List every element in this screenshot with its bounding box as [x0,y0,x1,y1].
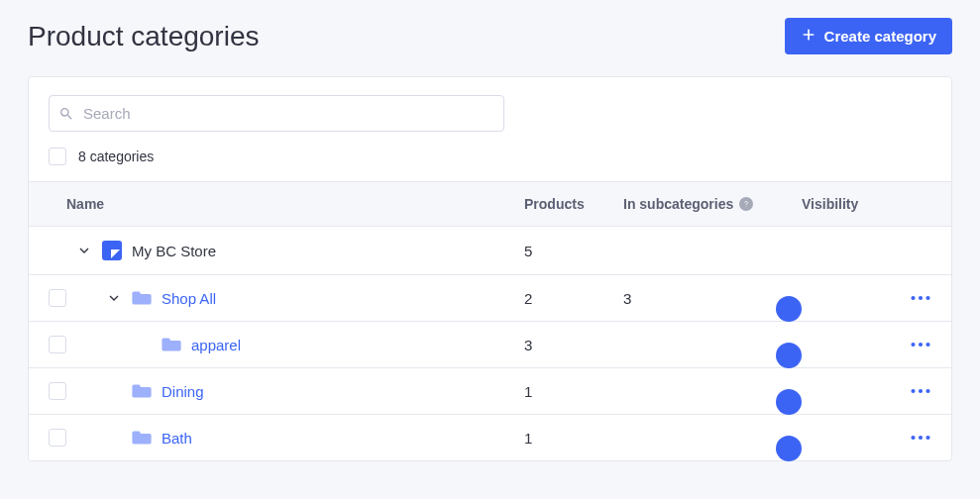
table-row: Bath 1 [29,415,951,460]
search-input[interactable] [49,95,504,132]
table-header: Name Products In subcategories Visibilit… [29,181,951,227]
help-icon[interactable] [739,197,753,211]
row-name-link[interactable]: Dining [162,383,204,400]
search-icon [58,106,74,122]
row-products: 3 [524,337,623,353]
row-checkbox[interactable] [49,429,66,447]
table-row-root: My BC Store 5 [29,227,951,275]
category-count-label: 8 categories [78,149,154,164]
folder-icon [132,290,152,306]
row-products: 1 [524,383,623,400]
table-row: apparel 3 [29,322,951,368]
row-name: My BC Store [132,243,216,259]
table-row: Shop All 2 3 [29,275,951,322]
row-name-link[interactable]: apparel [191,337,241,353]
more-actions-icon[interactable] [901,435,940,441]
row-checkbox[interactable] [49,336,66,353]
row-products: 5 [524,243,623,259]
create-category-button[interactable]: Create category [785,18,952,54]
folder-icon [132,430,152,446]
svg-point-4 [926,296,929,300]
page-title: Product categories [28,21,259,52]
column-visibility: Visibility [802,196,901,212]
row-products: 2 [524,290,623,307]
column-subcategories-label: In subcategories [623,196,733,212]
column-subcategories: In subcategories [623,196,802,212]
svg-point-10 [926,389,929,393]
folder-icon [132,383,152,399]
row-products: 1 [524,430,623,447]
create-category-label: Create category [824,28,936,45]
svg-point-13 [926,436,929,440]
svg-point-2 [911,296,915,300]
categories-card: 8 categories Name Products In subcategor… [28,76,952,461]
column-name: Name [49,196,524,212]
plus-icon [801,27,817,46]
column-products: Products [524,196,623,212]
row-checkbox[interactable] [49,382,66,400]
svg-point-5 [911,343,915,347]
svg-point-9 [919,389,923,393]
row-checkbox[interactable] [49,289,66,307]
select-all-checkbox[interactable] [49,148,66,165]
more-actions-icon[interactable] [901,342,940,348]
row-subcategories: 3 [623,290,802,307]
row-name-link[interactable]: Shop All [162,290,216,307]
store-icon [102,241,122,260]
folder-icon [162,337,181,352]
svg-point-12 [919,436,923,440]
more-actions-icon[interactable] [901,295,940,301]
chevron-down-icon[interactable] [106,290,122,306]
more-actions-icon[interactable] [901,388,940,394]
table-row: Dining 1 [29,368,951,415]
svg-point-6 [919,343,923,347]
svg-point-8 [911,389,915,393]
svg-point-11 [911,436,915,440]
svg-point-7 [926,343,929,347]
row-name-link[interactable]: Bath [162,430,192,447]
chevron-down-icon[interactable] [76,243,92,258]
svg-point-3 [919,296,923,300]
